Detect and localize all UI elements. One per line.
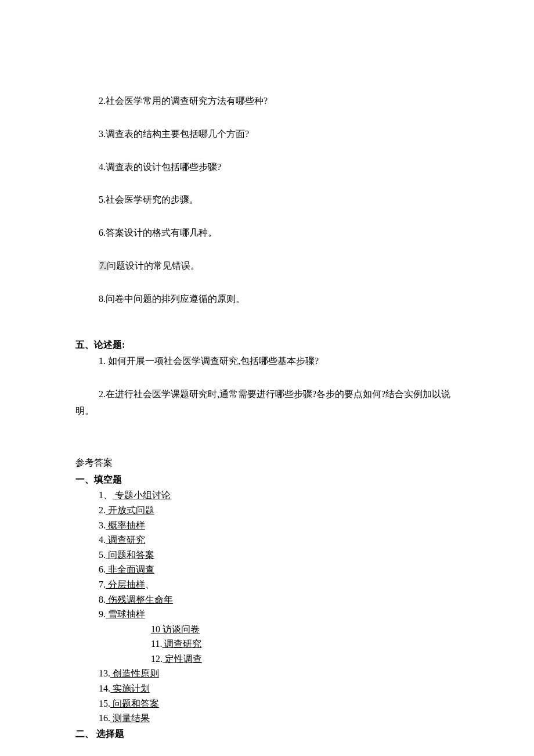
fill-16-answer: 测量结果 xyxy=(110,713,150,723)
question-8: 8.问卷中问题的排列应遵循的原则。 xyxy=(75,291,459,308)
question-6: 6.答案设计的格式有哪几种。 xyxy=(75,225,459,242)
fill-8-answer: 伤残调整生命年 xyxy=(106,595,173,604)
question-4-text: 4.调查表的设计包括哪些步骤? xyxy=(99,162,221,172)
fill-answer-10: 10 访谈问卷 xyxy=(151,622,459,637)
fill-2-answer: 开放式问题 xyxy=(106,505,154,515)
essay-question-2: 2.在进行社会医学课题研究时,通常需要进行哪些步骤?各步的要点如何?结合实例加以… xyxy=(75,386,459,420)
question-2: 2.社会医学常用的调查研究方法有哪些种? xyxy=(75,93,459,110)
fill-1-answer: 专题小组讨论 xyxy=(113,490,171,500)
fill-answer-11: 11. 调查研究 xyxy=(151,636,459,651)
question-8-text: 8.问卷中问题的排列应遵循的原则。 xyxy=(99,294,245,304)
fill-8-num: 8. xyxy=(99,592,106,607)
fill-answer-16: 16. 测量结果 xyxy=(99,711,459,726)
fill-answer-14: 14. 实施计划 xyxy=(99,681,459,696)
fill-15-num: 15. xyxy=(99,696,110,711)
fill-answer-9: 9. 雪球抽样 xyxy=(99,607,459,622)
fill-9-num: 9. xyxy=(99,607,106,622)
fill-14-answer: 实施计划 xyxy=(110,683,150,693)
fill-answer-8: 8. 伤残调整生命年 xyxy=(99,592,459,607)
question-7: 7.问题设计的常见错误。 xyxy=(75,258,459,275)
choice-header: 二、 选择题 xyxy=(75,726,459,743)
fill-5-answer: 问题和答案 xyxy=(106,550,154,560)
fill-16-num: 16. xyxy=(99,711,110,726)
question-5-text: 5.社会医学研究的步骤。 xyxy=(99,195,199,204)
fill-blank-list: 1、 专题小组讨论 2. 开放式问题 3. 概率抽样 4. 调查研究 5. 问题… xyxy=(75,488,459,726)
fill-9-answer: 雪球抽样 xyxy=(106,609,145,619)
fill-12-num: 12. xyxy=(151,651,163,667)
fill-14-num: 14. xyxy=(99,681,110,696)
fill-11-answer: 调查研究 xyxy=(162,639,201,649)
fill-6-num: 6. xyxy=(99,562,106,577)
fill-15-answer: 问题和答案 xyxy=(110,699,159,708)
question-4: 4.调查表的设计包括哪些步骤? xyxy=(75,159,459,176)
essay-question-1: 1. 如何开展一项社会医学调查研究,包括哪些基本步骤? xyxy=(75,353,459,370)
fill-6-answer: 非全面调查 xyxy=(106,564,154,574)
question-3: 3.调查表的结构主要包括哪几个方面? xyxy=(75,126,459,143)
fill-4-answer: 调查研究 xyxy=(106,535,145,545)
fill-answer-5: 5. 问题和答案 xyxy=(99,548,459,563)
fill-7-suffix: 、 xyxy=(145,579,154,589)
question-7-num: 7. xyxy=(99,261,107,271)
fill-13-num: 13. xyxy=(99,666,110,681)
question-2-text: 2.社会医学常用的调查研究方法有哪些种? xyxy=(99,96,268,106)
fill-3-answer: 概率抽样 xyxy=(106,520,145,530)
fill-1-num: 1、 xyxy=(99,488,113,503)
fill-13-answer: 创造性原则 xyxy=(110,668,159,678)
fill-answer-4: 4. 调查研究 xyxy=(99,532,459,548)
fill-answer-13: 13. 创造性原则 xyxy=(99,666,459,681)
fill-10-all: 10 访谈问卷 xyxy=(151,624,200,634)
question-3-text: 3.调查表的结构主要包括哪几个方面? xyxy=(99,129,249,139)
section-5-header: 五、论述题: xyxy=(75,337,459,354)
fill-4-num: 4. xyxy=(99,532,106,548)
fill-11-num: 11. xyxy=(151,636,162,651)
essay-q2-text: 2.在进行社会医学课题研究时,通常需要进行哪些步骤?各步的要点如何?结合实例加以… xyxy=(75,389,450,416)
fill-2-num: 2. xyxy=(99,503,106,518)
fill-answer-6: 6. 非全面调查 xyxy=(99,562,459,577)
fill-7-answer: 分层抽样 xyxy=(106,579,145,589)
fill-7-num: 7. xyxy=(99,577,106,592)
fill-5-num: 5. xyxy=(99,548,106,563)
fill-answer-15: 15. 问题和答案 xyxy=(99,696,459,711)
fill-answer-1: 1、 专题小组讨论 xyxy=(99,488,459,503)
answers-label: 参考答案 xyxy=(75,455,459,471)
essay-q1-text: 1. 如何开展一项社会医学调查研究,包括哪些基本步骤? xyxy=(99,356,319,366)
question-7-text: 问题设计的常见错误。 xyxy=(107,261,200,271)
fill-answer-3: 3. 概率抽样 xyxy=(99,518,459,533)
fill-blank-header: 一、填空题 xyxy=(75,471,459,488)
fill-answer-12: 12. 定性调查 xyxy=(151,651,459,667)
question-5: 5.社会医学研究的步骤。 xyxy=(75,192,459,208)
fill-answer-2: 2. 开放式问题 xyxy=(99,503,459,518)
question-6-text: 6.答案设计的格式有哪几种。 xyxy=(99,228,217,237)
fill-3-num: 3. xyxy=(99,518,106,533)
fill-answer-7: 7. 分层抽样、 xyxy=(99,577,459,592)
fill-12-answer: 定性调查 xyxy=(163,654,202,664)
